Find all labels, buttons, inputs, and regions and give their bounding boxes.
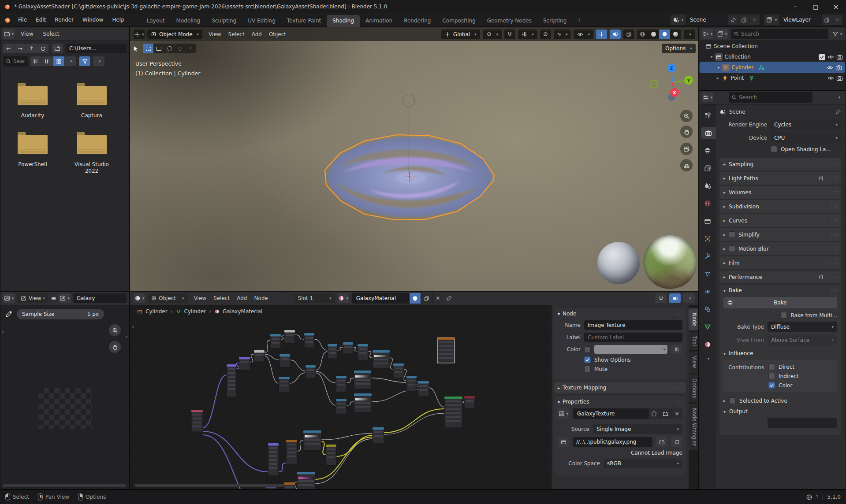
breadcrumb-object[interactable]: Cylinder — [145, 308, 168, 315]
tab-world[interactable] — [701, 198, 714, 209]
menu-item[interactable]: Help — [108, 15, 128, 25]
shader-menu-item[interactable]: Select — [210, 294, 233, 303]
texture-mapping-panel[interactable]: ▸ Texture Mapping ∷∷ — [554, 382, 686, 393]
new-material-icon[interactable] — [421, 293, 432, 304]
new-scene-icon[interactable] — [738, 15, 749, 25]
fb-view-horizontal-list-icon[interactable] — [42, 56, 53, 66]
bake-button[interactable]: Bake — [723, 297, 837, 308]
material-slot-dropdown[interactable]: Slot 1▾ — [294, 293, 335, 303]
menu-item[interactable]: Edit — [31, 15, 50, 25]
tab-collection[interactable] — [701, 215, 714, 227]
viewport-3d[interactable]: ▾ Object Mode▾ ViewSelectAddObject Globa… — [130, 27, 699, 291]
shader-menu-item[interactable]: View — [190, 294, 210, 303]
shading-rendered-icon[interactable] — [670, 30, 681, 39]
expand-selected-to-active-icon[interactable]: ▸ — [723, 398, 726, 403]
expand-cylinder-icon[interactable]: ▸ — [718, 65, 720, 70]
tab-output[interactable] — [701, 145, 714, 156]
fb-view-menu[interactable]: View — [17, 30, 37, 38]
fb-view-vertical-list-icon[interactable] — [30, 56, 42, 66]
refresh-icon[interactable] — [37, 44, 49, 53]
workspace-tab[interactable]: Compositing — [436, 15, 481, 27]
source-dropdown[interactable]: Single Image▾ — [593, 424, 682, 434]
viewport-menu-item[interactable]: Add — [248, 30, 265, 39]
use-custom-color-checkbox[interactable] — [584, 346, 591, 353]
eyedropper-icon[interactable] — [5, 311, 12, 318]
gizmos-toggle-icon[interactable] — [596, 30, 607, 39]
shading-solid-icon[interactable] — [648, 30, 659, 39]
image-path-field[interactable]: //..\..\public\galaxy.png — [573, 437, 652, 447]
fb-filter-dropdown[interactable]: ▾ — [93, 56, 104, 66]
open-image-folder-icon[interactable] — [660, 408, 671, 419]
texture-name[interactable]: GalaxyTexture — [573, 411, 648, 417]
menu-item[interactable]: Window — [78, 15, 108, 25]
outliner-search-input[interactable] — [741, 31, 826, 37]
image-cube-icon[interactable] — [558, 437, 569, 447]
close-button[interactable]: × — [826, 0, 846, 13]
tab-modifiers[interactable] — [701, 251, 714, 262]
folder-item[interactable]: Captura — [67, 82, 116, 119]
tab-view-layer[interactable] — [701, 163, 714, 174]
empty-object[interactable] — [403, 95, 415, 107]
editor-type-file-browser-icon[interactable]: ▾ — [3, 29, 15, 39]
tab-material[interactable] — [701, 339, 714, 350]
sh-overlays-dropdown[interactable]: ▾ — [683, 293, 695, 303]
network-globe-icon[interactable] — [806, 494, 812, 500]
workspace-tab[interactable]: Shading — [327, 15, 360, 27]
workspace-tab[interactable]: Scripting — [537, 15, 572, 27]
sample-size-slider[interactable]: Sample Size 1 px — [17, 309, 104, 319]
back-icon[interactable]: ← — [3, 44, 15, 53]
color-animate-icon[interactable] — [671, 345, 682, 354]
workspace-tab[interactable]: Layout — [141, 15, 171, 27]
unlink-scene-icon[interactable]: × — [749, 15, 760, 25]
pin-scene-icon[interactable] — [728, 15, 738, 25]
up-icon[interactable]: ↑ — [26, 44, 37, 53]
sidebar-tab[interactable]: Node Wrangler — [689, 404, 699, 450]
breadcrumb-mesh[interactable]: Cylinder — [184, 308, 206, 315]
viewport-camera-button[interactable] — [680, 143, 693, 155]
selected-to-active-checkbox[interactable] — [729, 397, 736, 404]
panel-checkbox[interactable] — [729, 231, 735, 238]
scene-name[interactable]: Scene — [686, 17, 728, 23]
collapsed-panel[interactable]: ▸ Performance ∷∷ — [719, 271, 841, 283]
sidebar-tab[interactable]: Tool — [689, 332, 699, 350]
fb-view-thumbnails-icon[interactable] — [53, 56, 65, 66]
unlink-material-icon[interactable]: × — [432, 293, 443, 304]
mute-checkbox[interactable] — [584, 366, 591, 372]
device-dropdown[interactable]: CPU▾ — [771, 133, 841, 143]
fb-display-settings-dropdown[interactable]: ▾ — [65, 56, 76, 66]
collapsed-panel[interactable]: ▸ Subdivision ∷∷ — [719, 200, 841, 213]
properties-options-dropdown[interactable]: ▾ — [838, 95, 840, 100]
indirect-checkbox[interactable] — [768, 373, 775, 379]
editor-type-image-icon[interactable]: ▾ — [3, 293, 15, 303]
viewport-menu-item[interactable]: Select — [225, 30, 248, 39]
select-circle-tool[interactable] — [164, 44, 175, 53]
editor-type-outliner-icon[interactable]: ▾ — [702, 29, 713, 39]
collapsed-panel[interactable]: ▸ Sampling ∷∷ — [719, 158, 841, 170]
collapse-bake-icon[interactable]: ▾ — [723, 288, 726, 293]
collapsed-panel[interactable]: ▸ Light Paths ∷∷ — [719, 172, 841, 185]
collapsed-panel[interactable]: ▸ Volumes ∷∷ — [719, 186, 841, 199]
minimize-button[interactable]: ─ — [785, 0, 805, 13]
node-label-field[interactable]: Custom Label — [584, 333, 682, 342]
collapse-collection-icon[interactable]: ▾ — [711, 55, 713, 59]
fake-user-shield-icon[interactable] — [409, 293, 421, 304]
ie-zoom-button[interactable] — [109, 324, 121, 336]
fb-path-field[interactable]: C:\Users... — [66, 44, 127, 53]
shading-wireframe-icon[interactable] — [637, 30, 648, 39]
color-checkbox[interactable] — [768, 382, 775, 389]
workspace-tab[interactable]: UV Editing — [242, 15, 281, 27]
image-browse-icon[interactable]: ▾ — [558, 408, 569, 419]
select-more-tools[interactable]: ⋮ — [185, 44, 196, 53]
material-browse-icon[interactable]: ▾ — [338, 293, 349, 303]
tab-constraints[interactable] — [701, 304, 714, 315]
colorspace-dropdown[interactable]: sRGB▾ — [604, 459, 682, 468]
panel-presets-icon[interactable] — [818, 274, 824, 280]
object-row-point[interactable]: ▸ Point — [699, 73, 846, 83]
active-tool-cursor-icon[interactable] — [133, 45, 139, 52]
viewlayer-icon[interactable]: ▾ — [764, 15, 779, 25]
remove-viewlayer-icon[interactable]: × — [832, 15, 842, 25]
fb-select-menu[interactable]: Select — [39, 30, 63, 38]
hide-eye-icon[interactable] — [827, 54, 834, 60]
osl-checkbox[interactable] — [771, 146, 777, 152]
proportional-falloff-dropdown[interactable]: ∿▾ — [554, 30, 571, 39]
